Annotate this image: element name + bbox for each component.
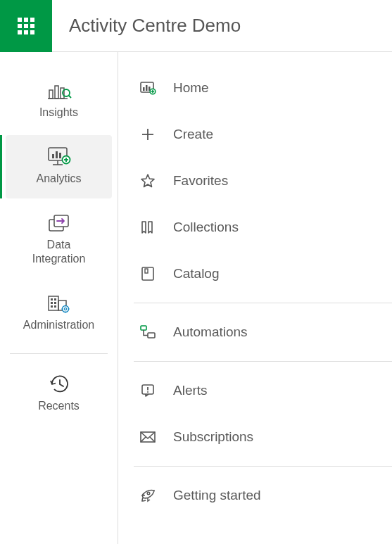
- menu-item-label: Alerts: [173, 383, 208, 398]
- subscriptions-icon: [138, 430, 158, 444]
- menu-item-label: Getting started: [173, 488, 261, 503]
- alerts-icon: [138, 383, 158, 398]
- sidebar-item-analytics[interactable]: Analytics: [6, 135, 112, 198]
- svg-rect-26: [49, 296, 58, 310]
- menu-divider: [134, 303, 392, 303]
- menu-divider: [134, 361, 392, 362]
- svg-rect-30: [51, 302, 53, 304]
- recents-icon: [48, 372, 70, 396]
- menu-item-favorites[interactable]: Favorites: [118, 158, 392, 204]
- svg-rect-7: [24, 30, 28, 34]
- favorites-icon: [138, 173, 158, 189]
- svg-rect-41: [143, 87, 145, 91]
- svg-rect-52: [148, 333, 155, 338]
- svg-rect-4: [24, 24, 28, 28]
- menu-item-getting-started[interactable]: Getting started: [118, 472, 392, 519]
- svg-rect-19: [56, 151, 58, 158]
- sidebar-item-data-integration[interactable]: Data Integration: [6, 201, 112, 279]
- svg-rect-11: [55, 86, 58, 99]
- svg-rect-5: [30, 24, 34, 28]
- menu-item-label: Favorites: [173, 173, 228, 189]
- svg-rect-3: [18, 24, 22, 28]
- menu-item-label: Automations: [173, 324, 248, 340]
- svg-point-57: [147, 492, 150, 495]
- sidebar-item-administration[interactable]: Administration: [6, 282, 112, 345]
- menu-item-alerts[interactable]: Alerts: [118, 367, 392, 414]
- svg-rect-29: [54, 298, 56, 301]
- data-integration-icon: [47, 211, 71, 235]
- menu-item-collections[interactable]: Collections: [118, 204, 392, 251]
- menu-item-label: Subscriptions: [173, 429, 253, 445]
- insights-icon: [46, 79, 72, 103]
- sidebar-divider: [10, 353, 108, 354]
- svg-rect-2: [30, 18, 34, 22]
- svg-rect-42: [146, 85, 148, 91]
- sidebar-item-label: Insights: [39, 106, 78, 120]
- sidebar-item-recents[interactable]: Recents: [6, 362, 112, 426]
- sidebar-item-label: Data Integration: [32, 238, 86, 266]
- menu-item-catalog[interactable]: Catalog: [118, 251, 392, 297]
- sidebar-item-insights[interactable]: Insights: [6, 69, 112, 132]
- svg-line-14: [68, 96, 71, 99]
- menu-item-home[interactable]: Home: [118, 65, 392, 111]
- app-launcher-button[interactable]: [0, 0, 52, 52]
- menu-divider: [134, 466, 392, 467]
- apps-grid-icon: [15, 15, 37, 37]
- svg-rect-31: [54, 302, 56, 304]
- svg-rect-1: [24, 18, 28, 22]
- administration-icon: [46, 291, 72, 315]
- menu-item-label: Home: [173, 80, 209, 96]
- sidebar-item-label: Recents: [38, 399, 80, 413]
- home-icon: [138, 80, 158, 96]
- analytics-icon: [46, 145, 72, 169]
- svg-rect-28: [51, 298, 53, 301]
- sidebar-item-label: Analytics: [36, 172, 81, 186]
- svg-rect-10: [49, 90, 53, 99]
- content: Insights Analytics: [0, 52, 392, 544]
- svg-point-34: [62, 306, 68, 312]
- menu-item-label: Catalog: [173, 266, 220, 282]
- menu: Home Create Favorites: [118, 52, 392, 544]
- svg-rect-0: [18, 18, 22, 22]
- create-icon: [138, 127, 158, 142]
- sidebar: Insights Analytics: [0, 52, 118, 544]
- svg-rect-33: [54, 305, 56, 308]
- svg-rect-8: [30, 30, 34, 34]
- collections-icon: [138, 220, 158, 235]
- menu-item-subscriptions[interactable]: Subscriptions: [118, 414, 392, 460]
- menu-item-label: Collections: [173, 220, 239, 235]
- svg-rect-6: [18, 30, 22, 34]
- svg-rect-51: [141, 326, 146, 330]
- svg-rect-18: [52, 154, 54, 158]
- menu-item-automations[interactable]: Automations: [118, 309, 392, 355]
- sidebar-item-label: Administration: [23, 318, 94, 332]
- menu-item-create[interactable]: Create: [118, 111, 392, 158]
- svg-rect-20: [59, 153, 61, 158]
- getting-started-icon: [138, 487, 158, 504]
- page-title: Activity Centre Demo: [69, 15, 241, 37]
- catalog-icon: [138, 266, 158, 282]
- header: Activity Centre Demo: [0, 0, 392, 52]
- svg-rect-32: [51, 305, 53, 308]
- menu-item-label: Create: [173, 127, 213, 142]
- svg-point-55: [147, 391, 148, 393]
- svg-rect-50: [145, 269, 148, 273]
- automations-icon: [138, 324, 158, 340]
